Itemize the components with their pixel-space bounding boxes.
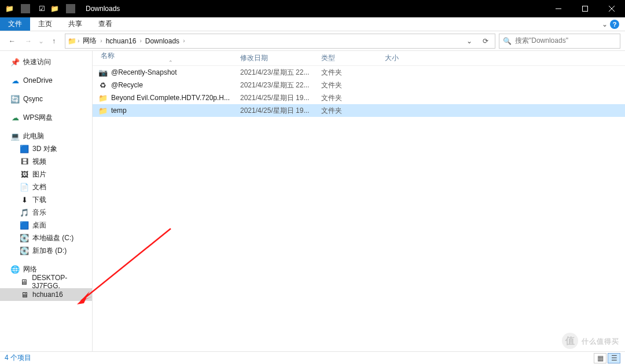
tab-file[interactable]: 文件	[0, 17, 30, 31]
nav-label: WPS网盘	[23, 113, 53, 123]
status-bar: 4 个项目 ▦ ☰	[0, 351, 625, 364]
nav-back-button[interactable]: ←	[5, 34, 20, 49]
separator	[21, 4, 30, 13]
nav-recent-dropdown[interactable]: ⌄	[37, 34, 45, 49]
search-icon: 🔍	[503, 37, 512, 45]
nav-3d-objects[interactable]: 🟦3D 对象	[0, 142, 92, 155]
navigation-pane: 📌快速访问 ☁OneDrive 🔄Qsync ☁WPS网盘 💻此电脑 🟦3D 对…	[0, 51, 93, 351]
nav-network-pc2[interactable]: 🖥hchuan16	[0, 288, 92, 301]
watermark-icon: 值	[562, 333, 578, 349]
nav-label: 快速访问	[23, 57, 51, 67]
nav-music[interactable]: 🎵音乐	[0, 206, 92, 219]
tab-home[interactable]: 主页	[30, 17, 60, 31]
computer-icon: 🖥	[20, 290, 29, 299]
maximize-button[interactable]	[572, 0, 598, 17]
view-large-icons-button[interactable]: ▦	[594, 353, 606, 363]
qat-properties-icon[interactable]: ☑	[37, 4, 46, 13]
col-label: 名称	[101, 52, 115, 60]
search-box[interactable]: 🔍 搜索"Downloads"	[499, 34, 620, 49]
qat-newfolder-icon[interactable]: 📁	[50, 4, 59, 13]
column-headers: 名称 ⌃ 修改日期 类型 大小	[93, 51, 625, 66]
file-date: 2021/4/23/星期五 22...	[240, 68, 321, 78]
breadcrumb-bar[interactable]: 📁 › 网络 › hchuan16 › Downloads › ⌄ ⟳	[65, 34, 495, 49]
nav-documents[interactable]: 📄文档	[0, 181, 92, 193]
column-header-type[interactable]: 类型	[321, 53, 385, 63]
pc-icon: 💻	[10, 131, 20, 141]
svg-rect-1	[583, 6, 588, 12]
app-icon: 📁	[5, 4, 14, 13]
desktop-icon: 🟦	[20, 220, 29, 230]
file-name: Beyond Evil.Complete.HDTV.720p.H...	[111, 94, 230, 102]
folder-icon: 📁	[98, 93, 108, 102]
nav-local-disk-d[interactable]: 💽新加卷 (D:)	[0, 244, 92, 257]
computer-icon: 🖥	[20, 277, 28, 286]
table-row[interactable]: ♻@Recycle2021/4/23/星期五 22...文件夹	[93, 79, 625, 91]
nav-label: 下载	[32, 195, 46, 205]
minimize-button[interactable]	[545, 0, 572, 17]
file-list-pane: 名称 ⌃ 修改日期 类型 大小 📷@Recently-Snapshot2021/…	[93, 51, 625, 351]
table-row[interactable]: 📁Beyond Evil.Complete.HDTV.720p.H...2021…	[93, 91, 625, 104]
breadcrumb-folder[interactable]: Downloads	[143, 36, 182, 46]
column-header-date[interactable]: 修改日期	[240, 53, 321, 63]
status-item-count: 4 个项目	[5, 353, 31, 363]
nav-quick-access[interactable]: 📌快速访问	[0, 56, 92, 68]
pin-icon: 📌	[10, 57, 20, 67]
nav-forward-button[interactable]: →	[21, 34, 36, 49]
breadcrumb-network[interactable]: 网络	[80, 35, 99, 47]
nav-label: 网络	[23, 264, 37, 274]
breadcrumb-root-icon[interactable]: 📁	[68, 37, 76, 45]
nav-label: 本地磁盘 (C:)	[32, 233, 73, 243]
disk-icon: 💽	[20, 246, 29, 255]
refresh-button[interactable]: ⟳	[479, 35, 492, 47]
column-header-size[interactable]: 大小	[385, 53, 431, 63]
nav-downloads[interactable]: ⬇下载	[0, 193, 92, 206]
nav-label: 此电脑	[23, 131, 44, 141]
chevron-right-icon[interactable]: ›	[183, 38, 185, 44]
tab-view[interactable]: 查看	[90, 17, 120, 31]
tab-share[interactable]: 共享	[60, 17, 90, 31]
nav-qsync[interactable]: 🔄Qsync	[0, 93, 92, 105]
chevron-right-icon[interactable]: ›	[100, 38, 102, 44]
nav-wps[interactable]: ☁WPS网盘	[0, 111, 92, 124]
document-icon: 📄	[20, 182, 29, 192]
nav-videos[interactable]: 🎞视频	[0, 155, 92, 168]
column-header-name[interactable]: 名称 ⌃	[98, 51, 240, 65]
close-button[interactable]	[598, 0, 625, 17]
address-dropdown-button[interactable]: ⌄	[462, 35, 476, 47]
breadcrumb-user[interactable]: hchuan16	[104, 36, 139, 46]
file-date: 2021/4/25/星期日 19...	[240, 106, 321, 116]
network-icon: 🌐	[10, 264, 20, 274]
table-row[interactable]: 📁temp2021/4/25/星期日 19...文件夹	[93, 104, 625, 117]
download-icon: ⬇	[20, 195, 29, 204]
folder-icon: 📁	[98, 106, 108, 115]
recycle-icon: ♻	[98, 80, 108, 90]
view-details-button[interactable]: ☰	[608, 353, 620, 363]
quick-access-toolbar: 📁 ☑ 📁	[0, 4, 83, 13]
nav-pictures[interactable]: 🖼图片	[0, 168, 92, 181]
ribbon-expand-icon[interactable]: ⌄	[602, 20, 608, 28]
file-type: 文件夹	[321, 106, 385, 116]
nav-label: OneDrive	[23, 76, 53, 84]
nav-up-button[interactable]: ↑	[46, 34, 61, 49]
chevron-right-icon[interactable]: ›	[139, 38, 141, 44]
explorer-body: 📌快速访问 ☁OneDrive 🔄Qsync ☁WPS网盘 💻此电脑 🟦3D 对…	[0, 51, 625, 351]
nav-onedrive[interactable]: ☁OneDrive	[0, 74, 92, 87]
help-area[interactable]: ⌄ ?	[596, 17, 625, 31]
snapshot-icon: 📷	[98, 68, 108, 77]
separator	[66, 4, 75, 13]
file-type: 文件夹	[321, 68, 385, 78]
cube-icon: 🟦	[20, 144, 29, 153]
nav-local-disk-c[interactable]: 💽本地磁盘 (C:)	[0, 231, 92, 244]
nav-desktop[interactable]: 🟦桌面	[0, 219, 92, 231]
help-icon[interactable]: ?	[610, 20, 619, 29]
nav-label: 3D 对象	[32, 144, 57, 154]
file-rows: 📷@Recently-Snapshot2021/4/23/星期五 22...文件…	[93, 66, 625, 351]
nav-label: 桌面	[32, 220, 46, 230]
nav-network-pc1[interactable]: 🖥DESKTOP-3J7FGG.	[0, 275, 92, 288]
table-row[interactable]: 📷@Recently-Snapshot2021/4/23/星期五 22...文件…	[93, 66, 625, 79]
window-title: Downloads	[86, 5, 120, 13]
nav-label: 图片	[32, 170, 46, 179]
chevron-right-icon[interactable]: ›	[78, 38, 79, 44]
nav-this-pc[interactable]: 💻此电脑	[0, 130, 92, 142]
nav-label: 新加卷 (D:)	[32, 246, 67, 256]
